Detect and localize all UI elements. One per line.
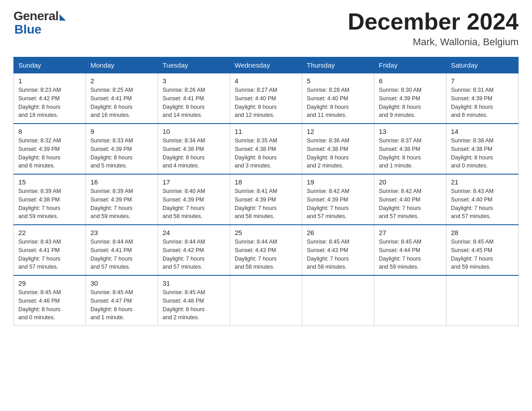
day-number: 13 (379, 128, 442, 135)
calendar-cell: 4Sunrise: 8:27 AMSunset: 4:40 PMDaylight… (230, 73, 302, 124)
title-block: December 2024 Mark, Wallonia, Belgium (348, 9, 519, 48)
calendar-cell: 3Sunrise: 8:26 AMSunset: 4:41 PMDaylight… (158, 73, 230, 124)
day-number: 4 (235, 77, 297, 85)
calendar-cell (374, 275, 446, 326)
calendar-cell: 30Sunrise: 8:45 AMSunset: 4:47 PMDayligh… (86, 275, 158, 326)
day-info: Sunrise: 8:34 AMSunset: 4:38 PMDaylight:… (163, 137, 225, 170)
day-number: 21 (451, 178, 514, 186)
day-info: Sunrise: 8:44 AMSunset: 4:41 PMDaylight:… (90, 238, 153, 271)
day-info: Sunrise: 8:44 AMSunset: 4:42 PMDaylight:… (163, 238, 225, 271)
calendar-cell: 26Sunrise: 8:45 AMSunset: 4:43 PMDayligh… (302, 225, 374, 275)
day-info: Sunrise: 8:30 AMSunset: 4:39 PMDaylight:… (379, 86, 442, 120)
day-info: Sunrise: 8:45 AMSunset: 4:44 PMDaylight:… (379, 238, 442, 271)
calendar-cell: 18Sunrise: 8:41 AMSunset: 4:39 PMDayligh… (230, 174, 302, 225)
day-number: 22 (18, 229, 81, 236)
day-number: 1 (18, 77, 81, 85)
day-info: Sunrise: 8:45 AMSunset: 4:46 PMDaylight:… (18, 288, 81, 322)
day-number: 15 (18, 178, 81, 186)
calendar-cell: 24Sunrise: 8:44 AMSunset: 4:42 PMDayligh… (158, 225, 230, 275)
day-number: 14 (451, 128, 514, 135)
day-info: Sunrise: 8:43 AMSunset: 4:40 PMDaylight:… (451, 187, 514, 221)
day-number: 17 (163, 178, 225, 186)
calendar-cell: 16Sunrise: 8:39 AMSunset: 4:39 PMDayligh… (86, 174, 158, 225)
logo: General Blue (13, 9, 66, 37)
weekday-header-sunday: Sunday (14, 57, 86, 73)
day-number: 10 (163, 128, 225, 135)
day-number: 9 (90, 128, 153, 135)
day-number: 31 (163, 279, 225, 287)
logo-blue-text: Blue (14, 22, 42, 37)
day-number: 12 (307, 128, 369, 135)
day-info: Sunrise: 8:39 AMSunset: 4:39 PMDaylight:… (90, 187, 153, 221)
day-info: Sunrise: 8:26 AMSunset: 4:41 PMDaylight:… (163, 86, 225, 120)
calendar-cell: 10Sunrise: 8:34 AMSunset: 4:38 PMDayligh… (158, 124, 230, 174)
calendar-cell: 28Sunrise: 8:45 AMSunset: 4:45 PMDayligh… (446, 225, 519, 275)
day-number: 25 (235, 229, 297, 236)
day-info: Sunrise: 8:45 AMSunset: 4:43 PMDaylight:… (307, 238, 369, 271)
day-number: 30 (90, 279, 153, 287)
calendar-week-row: 15Sunrise: 8:39 AMSunset: 4:38 PMDayligh… (14, 174, 519, 225)
calendar-cell: 27Sunrise: 8:45 AMSunset: 4:44 PMDayligh… (374, 225, 446, 275)
day-info: Sunrise: 8:36 AMSunset: 4:38 PMDaylight:… (307, 137, 369, 170)
day-info: Sunrise: 8:33 AMSunset: 4:39 PMDaylight:… (90, 137, 153, 170)
weekday-header-tuesday: Tuesday (158, 57, 230, 73)
day-info: Sunrise: 8:39 AMSunset: 4:38 PMDaylight:… (18, 187, 81, 221)
calendar-table: SundayMondayTuesdayWednesdayThursdayFrid… (13, 57, 519, 326)
day-info: Sunrise: 8:35 AMSunset: 4:38 PMDaylight:… (235, 137, 297, 170)
calendar-cell: 13Sunrise: 8:37 AMSunset: 4:38 PMDayligh… (374, 124, 446, 174)
day-number: 11 (235, 128, 297, 135)
day-info: Sunrise: 8:28 AMSunset: 4:40 PMDaylight:… (307, 86, 369, 120)
logo-arrow-icon (60, 14, 66, 21)
day-number: 19 (307, 178, 369, 186)
day-number: 24 (163, 229, 225, 236)
day-number: 6 (379, 77, 442, 85)
calendar-week-row: 22Sunrise: 8:43 AMSunset: 4:41 PMDayligh… (14, 225, 519, 275)
calendar-cell: 29Sunrise: 8:45 AMSunset: 4:46 PMDayligh… (14, 275, 86, 326)
page-header: General Blue December 2024 Mark, Walloni… (13, 9, 519, 48)
calendar-cell: 7Sunrise: 8:31 AMSunset: 4:39 PMDaylight… (446, 73, 519, 124)
day-info: Sunrise: 8:42 AMSunset: 4:40 PMDaylight:… (379, 187, 442, 221)
day-info: Sunrise: 8:41 AMSunset: 4:39 PMDaylight:… (235, 187, 297, 221)
day-number: 5 (307, 77, 369, 85)
month-title: December 2024 (348, 9, 519, 34)
day-info: Sunrise: 8:40 AMSunset: 4:39 PMDaylight:… (163, 187, 225, 221)
day-number: 29 (18, 279, 81, 287)
calendar-cell: 11Sunrise: 8:35 AMSunset: 4:38 PMDayligh… (230, 124, 302, 174)
calendar-cell (446, 275, 519, 326)
day-number: 16 (90, 178, 153, 186)
day-info: Sunrise: 8:23 AMSunset: 4:42 PMDaylight:… (18, 86, 81, 120)
day-number: 7 (451, 77, 514, 85)
calendar-cell (302, 275, 374, 326)
location-title: Mark, Wallonia, Belgium (348, 36, 519, 48)
day-number: 26 (307, 229, 369, 236)
calendar-week-row: 8Sunrise: 8:32 AMSunset: 4:39 PMDaylight… (14, 124, 519, 174)
calendar-cell: 25Sunrise: 8:44 AMSunset: 4:43 PMDayligh… (230, 225, 302, 275)
day-info: Sunrise: 8:45 AMSunset: 4:48 PMDaylight:… (163, 288, 225, 322)
day-info: Sunrise: 8:27 AMSunset: 4:40 PMDaylight:… (235, 86, 297, 120)
calendar-cell: 2Sunrise: 8:25 AMSunset: 4:41 PMDaylight… (86, 73, 158, 124)
day-info: Sunrise: 8:38 AMSunset: 4:38 PMDaylight:… (451, 137, 514, 170)
calendar-cell: 12Sunrise: 8:36 AMSunset: 4:38 PMDayligh… (302, 124, 374, 174)
calendar-cell: 8Sunrise: 8:32 AMSunset: 4:39 PMDaylight… (14, 124, 86, 174)
day-number: 3 (163, 77, 225, 85)
calendar-cell: 22Sunrise: 8:43 AMSunset: 4:41 PMDayligh… (14, 225, 86, 275)
calendar-cell: 21Sunrise: 8:43 AMSunset: 4:40 PMDayligh… (446, 174, 519, 225)
calendar-cell: 31Sunrise: 8:45 AMSunset: 4:48 PMDayligh… (158, 275, 230, 326)
day-number: 18 (235, 178, 297, 186)
day-info: Sunrise: 8:42 AMSunset: 4:39 PMDaylight:… (307, 187, 369, 221)
weekday-header-saturday: Saturday (446, 57, 519, 73)
calendar-cell: 17Sunrise: 8:40 AMSunset: 4:39 PMDayligh… (158, 174, 230, 225)
calendar-header-row: SundayMondayTuesdayWednesdayThursdayFrid… (14, 57, 519, 73)
calendar-cell: 19Sunrise: 8:42 AMSunset: 4:39 PMDayligh… (302, 174, 374, 225)
day-number: 20 (379, 178, 442, 186)
day-info: Sunrise: 8:37 AMSunset: 4:38 PMDaylight:… (379, 137, 442, 170)
day-number: 27 (379, 229, 442, 236)
calendar-cell: 14Sunrise: 8:38 AMSunset: 4:38 PMDayligh… (446, 124, 519, 174)
weekday-header-friday: Friday (374, 57, 446, 73)
calendar-cell: 1Sunrise: 8:23 AMSunset: 4:42 PMDaylight… (14, 73, 86, 124)
day-number: 8 (18, 128, 81, 135)
day-info: Sunrise: 8:32 AMSunset: 4:39 PMDaylight:… (18, 137, 81, 170)
calendar-week-row: 29Sunrise: 8:45 AMSunset: 4:46 PMDayligh… (14, 275, 519, 326)
logo-general-text: General (13, 9, 59, 23)
calendar-cell (230, 275, 302, 326)
